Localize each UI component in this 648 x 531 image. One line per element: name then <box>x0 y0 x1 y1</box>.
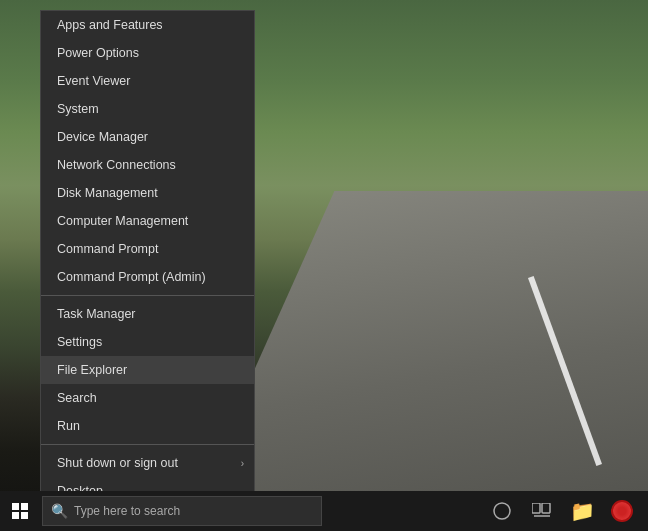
menu-item-search[interactable]: Search <box>41 384 254 412</box>
windows-icon <box>12 503 28 519</box>
taskbar: 🔍 Type here to search 📁 <box>0 491 648 531</box>
menu-item-run[interactable]: Run <box>41 412 254 440</box>
menu-item-label-event-viewer: Event Viewer <box>57 74 130 88</box>
menu-item-label-task-manager: Task Manager <box>57 307 136 321</box>
menu-item-label-disk-management: Disk Management <box>57 186 158 200</box>
taskbar-search[interactable]: 🔍 Type here to search <box>42 496 322 526</box>
menu-item-label-run: Run <box>57 419 80 433</box>
menu-item-apps-and-features[interactable]: Apps and Features <box>41 11 254 39</box>
opera-taskbar-icon[interactable] <box>604 493 640 529</box>
menu-item-label-file-explorer: File Explorer <box>57 363 127 377</box>
search-icon: 🔍 <box>51 503 68 519</box>
menu-item-disk-management[interactable]: Disk Management <box>41 179 254 207</box>
svg-rect-1 <box>532 503 540 513</box>
menu-item-task-manager[interactable]: Task Manager <box>41 300 254 328</box>
menu-item-system[interactable]: System <box>41 95 254 123</box>
road <box>200 191 648 491</box>
menu-item-command-prompt[interactable]: Command Prompt <box>41 235 254 263</box>
menu-item-label-computer-management: Computer Management <box>57 214 188 228</box>
svg-point-0 <box>494 503 510 519</box>
menu-item-device-manager[interactable]: Device Manager <box>41 123 254 151</box>
menu-item-label-shut-down: Shut down or sign out <box>57 456 178 470</box>
task-view-icon[interactable] <box>524 493 560 529</box>
folder-icon: 📁 <box>570 499 595 523</box>
menu-item-power-options[interactable]: Power Options <box>41 39 254 67</box>
menu-item-label-settings: Settings <box>57 335 102 349</box>
menu-item-file-explorer[interactable]: File Explorer <box>41 356 254 384</box>
menu-item-computer-management[interactable]: Computer Management <box>41 207 254 235</box>
menu-item-label-search: Search <box>57 391 97 405</box>
menu-item-command-prompt-admin[interactable]: Command Prompt (Admin) <box>41 263 254 291</box>
opera-icon <box>611 500 633 522</box>
menu-item-label-system: System <box>57 102 99 116</box>
menu-item-label-power-options: Power Options <box>57 46 139 60</box>
taskbar-right-icons: 📁 <box>484 493 648 529</box>
cortana-icon[interactable] <box>484 493 520 529</box>
context-menu: Apps and FeaturesPower OptionsEvent View… <box>40 10 255 506</box>
menu-item-shut-down[interactable]: Shut down or sign out› <box>41 449 254 477</box>
submenu-arrow-shut-down: › <box>241 458 244 469</box>
start-button[interactable] <box>0 491 40 531</box>
menu-separator-9 <box>41 295 254 296</box>
svg-rect-2 <box>542 503 550 513</box>
menu-item-label-apps-and-features: Apps and Features <box>57 18 163 32</box>
search-placeholder-text: Type here to search <box>74 504 180 518</box>
menu-separator-14 <box>41 444 254 445</box>
menu-item-label-device-manager: Device Manager <box>57 130 148 144</box>
menu-item-label-command-prompt: Command Prompt <box>57 242 158 256</box>
file-explorer-taskbar-icon[interactable]: 📁 <box>564 493 600 529</box>
menu-item-network-connections[interactable]: Network Connections <box>41 151 254 179</box>
menu-item-label-network-connections: Network Connections <box>57 158 176 172</box>
menu-item-event-viewer[interactable]: Event Viewer <box>41 67 254 95</box>
menu-item-settings[interactable]: Settings <box>41 328 254 356</box>
menu-item-label-command-prompt-admin: Command Prompt (Admin) <box>57 270 206 284</box>
